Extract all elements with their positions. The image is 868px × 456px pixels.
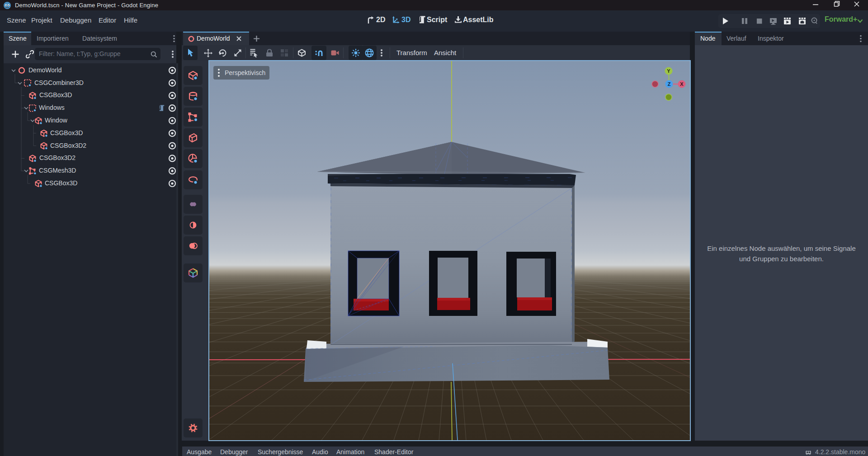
svg-text:Perspektivisch: Perspektivisch xyxy=(225,69,265,76)
svg-text:Z: Z xyxy=(668,81,671,87)
svg-text:X: X xyxy=(680,81,684,87)
svg-text:Y: Y xyxy=(667,68,670,74)
